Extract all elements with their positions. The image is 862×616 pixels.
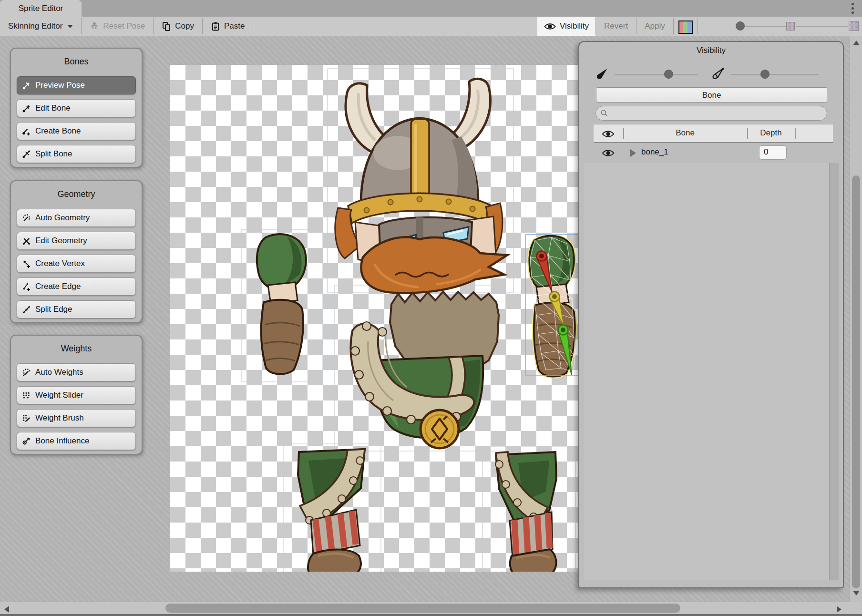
- bone-filled-icon: [596, 67, 609, 80]
- sprite-right-leg[interactable]: [495, 452, 556, 572]
- visibility-column-eye-icon[interactable]: [602, 130, 615, 138]
- horizontal-scrollbar[interactable]: [0, 602, 862, 614]
- opacity-slider-track[interactable]: [746, 26, 786, 27]
- create-edge-icon: [22, 282, 31, 291]
- copy-icon: [162, 21, 171, 31]
- mode-dropdown-label: Skinning Editor: [8, 21, 62, 31]
- vertical-scrollbar[interactable]: [850, 36, 862, 602]
- bone-influence-button[interactable]: Bone Influence: [17, 432, 136, 450]
- scroll-left-icon[interactable]: [4, 606, 10, 613]
- expand-triangle-icon[interactable]: [630, 149, 636, 157]
- sprite-left-leg[interactable]: [298, 449, 365, 572]
- weight-slider-button[interactable]: Weight Slider: [17, 386, 136, 404]
- bone-table-header: Bone Depth: [594, 124, 833, 143]
- geometry-panel-title: Geometry: [11, 187, 142, 201]
- bone-search-input[interactable]: [595, 106, 827, 121]
- window-menu-icon[interactable]: [852, 3, 854, 16]
- copy-button[interactable]: Copy: [154, 17, 202, 36]
- preview-pose-label: Preview Pose: [35, 81, 85, 90]
- mode-dropdown[interactable]: Skinning Editor: [0, 17, 81, 36]
- window-bottom-edge: [0, 614, 862, 616]
- opacity-slider-track[interactable]: [796, 26, 848, 27]
- chevron-down-icon: [67, 25, 73, 28]
- reset-pose-label: Reset Pose: [103, 21, 145, 31]
- edit-bone-icon: [22, 104, 31, 113]
- create-edge-button[interactable]: Create Edge: [17, 277, 136, 296]
- panel-scroll-gutter[interactable]: [829, 163, 839, 580]
- create-vertex-button[interactable]: Create Vertex: [17, 255, 136, 273]
- paste-button[interactable]: Paste: [203, 17, 253, 36]
- split-bone-icon: [22, 150, 31, 159]
- sprite-sheet-color-icon[interactable]: [678, 21, 693, 34]
- auto-geometry-icon: [22, 214, 31, 223]
- sprite-canvas[interactable]: [170, 65, 578, 572]
- depth-column-header: Depth: [747, 128, 795, 138]
- toolbar-divider: [253, 18, 253, 34]
- sprite-canvas-art: [170, 65, 578, 572]
- depth-input[interactable]: 0: [759, 145, 787, 160]
- bone-table-row[interactable]: bone_1 0: [594, 143, 833, 163]
- sprite-editor-window: Sprite Editor Skinning Editor Reset Pose…: [0, 0, 862, 616]
- vertical-scroll-thumb[interactable]: [852, 175, 860, 588]
- sprite-mitten-arm[interactable]: [257, 234, 306, 374]
- weights-panel-title: Weights: [11, 341, 142, 356]
- split-bone-label: Split Bone: [35, 149, 72, 159]
- bone-size-slider-knob[interactable]: [664, 70, 673, 79]
- auto-geometry-button[interactable]: Auto Geometry: [17, 209, 136, 227]
- checker-large-icon: [849, 21, 859, 31]
- tab-label: Sprite Editor: [19, 4, 63, 13]
- bone-influence-label: Bone Influence: [35, 436, 89, 446]
- row-visibility-eye-icon[interactable]: [602, 149, 615, 157]
- split-edge-label: Split Edge: [35, 305, 72, 314]
- preview-pose-button[interactable]: Preview Pose: [17, 76, 136, 94]
- visibility-panel: Visibility Bone Bone Depth bone_1 0: [578, 41, 844, 588]
- weight-brush-button[interactable]: Weight Brush: [17, 409, 136, 427]
- weight-brush-label: Weight Brush: [35, 413, 84, 423]
- sprite-torso[interactable]: [351, 292, 499, 448]
- bone-column-header: Bone: [623, 128, 747, 138]
- reset-pose-button[interactable]: Reset Pose: [82, 17, 153, 36]
- weight-slider-icon: [22, 391, 31, 400]
- auto-weights-button[interactable]: Auto Weights: [17, 363, 136, 381]
- create-bone-button[interactable]: Create Bone: [17, 122, 136, 140]
- weight-brush-icon: [22, 414, 31, 423]
- eye-icon: [544, 22, 556, 31]
- opacity-slider-knob[interactable]: [736, 21, 745, 31]
- mesh-opacity-slider-knob[interactable]: [760, 70, 770, 79]
- edit-bone-button[interactable]: Edit Bone: [17, 99, 136, 117]
- mesh-opacity-slider-track[interactable]: [731, 74, 819, 75]
- toolbar-right-group: Visibility Revert Apply: [537, 17, 698, 36]
- bone-influence-icon: [22, 437, 31, 446]
- split-edge-button[interactable]: Split Edge: [17, 300, 136, 318]
- bone-row-name[interactable]: bone_1: [641, 147, 668, 157]
- create-edge-label: Create Edge: [35, 282, 81, 291]
- bone-tab-button[interactable]: Bone: [596, 87, 827, 103]
- scroll-down-icon[interactable]: [852, 590, 860, 596]
- revert-button[interactable]: Revert: [596, 17, 636, 36]
- column-divider: [795, 128, 796, 139]
- split-edge-icon: [22, 305, 31, 314]
- bone-tab-label: Bone: [702, 91, 721, 100]
- sprite-selected-arm[interactable]: [525, 235, 578, 377]
- tab-strip: Sprite Editor: [0, 0, 862, 17]
- tab-sprite-editor[interactable]: Sprite Editor: [0, 0, 82, 17]
- apply-button[interactable]: Apply: [636, 17, 673, 36]
- weight-slider-label: Weight Slider: [35, 390, 83, 400]
- preview-pose-icon: [22, 81, 31, 90]
- sprite-opacity-slider[interactable]: [731, 17, 862, 36]
- auto-weights-icon: [22, 368, 31, 377]
- split-bone-button[interactable]: Split Bone: [17, 145, 136, 163]
- copy-label: Copy: [175, 21, 194, 31]
- scroll-right-icon[interactable]: [836, 606, 842, 613]
- sprite-helmet-head[interactable]: [335, 79, 507, 293]
- auto-weights-label: Auto Weights: [35, 368, 83, 377]
- visibility-toggle-button[interactable]: Visibility: [537, 17, 595, 36]
- bones-panel-title: Bones: [11, 54, 142, 69]
- horizontal-scroll-thumb[interactable]: [165, 604, 680, 613]
- edit-geometry-button[interactable]: Edit Geometry: [17, 232, 136, 250]
- scroll-up-icon[interactable]: [852, 40, 860, 46]
- bone-size-slider-track[interactable]: [615, 74, 698, 75]
- create-vertex-icon: [22, 259, 31, 268]
- edit-geometry-icon: [22, 236, 31, 246]
- checker-small-icon: [786, 22, 795, 31]
